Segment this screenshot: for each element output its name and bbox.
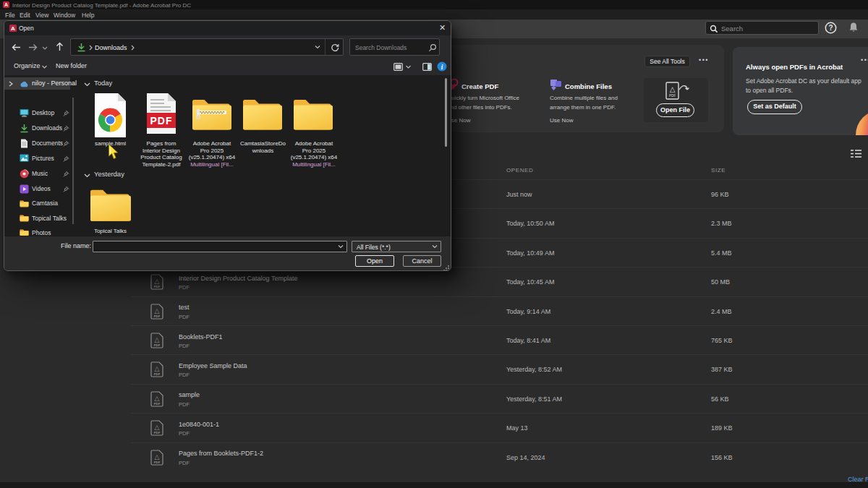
svg-text:PDF: PDF (154, 460, 161, 463)
svg-text:PDF: PDF (150, 115, 173, 127)
svg-text:PDF: PDF (154, 343, 161, 347)
svg-text:PDF: PDF (154, 431, 161, 435)
svg-text:PDF: PDF (154, 314, 161, 317)
svg-text:△: △ (155, 336, 160, 343)
svg-text:△: △ (155, 278, 160, 285)
svg-text:△: △ (155, 453, 160, 460)
svg-text:△: △ (155, 394, 160, 401)
svg-text:PDF: PDF (154, 285, 161, 288)
svg-text:A: A (11, 25, 15, 32)
svg-text:?: ? (828, 24, 833, 32)
svg-text:△: △ (155, 424, 160, 431)
svg-text:△: △ (670, 85, 676, 93)
svg-text:PDF: PDF (154, 401, 161, 405)
svg-text:△: △ (155, 365, 160, 372)
svg-text:A: A (4, 2, 8, 7)
svg-text:i: i (441, 64, 443, 71)
svg-text:PDF: PDF (669, 94, 676, 98)
svg-text:△: △ (155, 307, 160, 314)
svg-text:PDF: PDF (154, 372, 161, 376)
